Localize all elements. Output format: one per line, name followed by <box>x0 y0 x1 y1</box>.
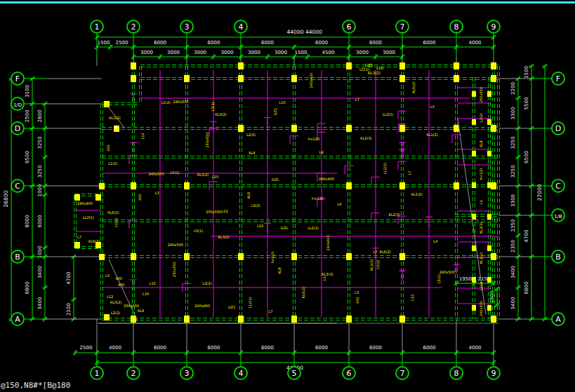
dim-text[interactable]: 2100 <box>66 303 72 316</box>
dim-text[interactable]: 44000 <box>287 29 304 35</box>
dim-text[interactable]: 4500 <box>322 50 335 55</box>
column-block[interactable] <box>472 305 476 311</box>
beam-label[interactable]: KL8 <box>138 309 144 313</box>
column-block[interactable] <box>346 182 352 189</box>
beam-label[interactable]: L2(2) <box>479 113 483 122</box>
grid-bubble-label[interactable]: B <box>15 252 20 262</box>
beam-label[interactable]: KL6(2) <box>88 239 100 243</box>
dim-text[interactable]: 4700 <box>524 230 529 243</box>
beam-label[interactable]: 240x400 <box>326 235 330 250</box>
column-block[interactable] <box>238 253 244 260</box>
dim-text[interactable]: 5500 <box>524 97 529 110</box>
column-block[interactable] <box>346 316 352 323</box>
dim-text[interactable]: 6000 <box>423 40 436 46</box>
grid-bubble-label[interactable]: 1 <box>95 22 100 32</box>
beam-label[interactable]: L4 <box>337 202 341 206</box>
column-block[interactable] <box>104 101 110 107</box>
column-block[interactable] <box>487 151 491 156</box>
column-block[interactable] <box>74 194 80 201</box>
column-block[interactable] <box>291 75 297 82</box>
beam-label[interactable]: KL1(2) <box>411 192 423 196</box>
dim-text[interactable]: 6800 <box>524 282 529 295</box>
dim-text[interactable]: 1950 <box>459 276 472 282</box>
dim-text[interactable]: 4000 <box>469 345 482 351</box>
column-block[interactable] <box>454 62 459 69</box>
column-block[interactable] <box>454 75 459 82</box>
dim-text[interactable]: 6000 <box>37 215 43 228</box>
column-block[interactable] <box>291 316 297 323</box>
beam-label[interactable]: KL6(2) <box>107 210 119 215</box>
column-block[interactable] <box>399 125 405 132</box>
beam-label[interactable]: L4 <box>322 276 326 281</box>
node-dot[interactable] <box>114 126 117 128</box>
dim-text[interactable]: 3250 <box>37 137 43 149</box>
beam-label[interactable]: L4 <box>319 150 324 154</box>
beam-label[interactable]: 400 <box>106 144 110 151</box>
beam-label[interactable]: KL6(2) <box>379 250 390 254</box>
column-block[interactable] <box>491 125 496 132</box>
dim-text[interactable]: 3000 <box>356 50 369 55</box>
grid-bubble-label[interactable]: A <box>555 315 561 324</box>
beam-label[interactable]: 250x550 <box>479 87 483 102</box>
grid-bubble-label[interactable]: D <box>15 124 20 133</box>
beam-label[interactable]: L5(1) <box>170 170 179 175</box>
column-block[interactable] <box>487 119 491 125</box>
cad-canvas[interactable]: 4400044000150025006000600060006000600060… <box>0 0 575 392</box>
grid-bubble-label[interactable]: D <box>555 124 561 133</box>
plan-svg[interactable]: 4400044000150025006000600060006000600060… <box>0 0 575 392</box>
beam-label[interactable]: L10 <box>376 66 384 70</box>
column-block[interactable] <box>454 125 459 132</box>
grid-bubble-label[interactable]: 5 <box>292 369 297 378</box>
beam-label[interactable]: L1(2) <box>161 100 171 104</box>
dim-text[interactable]: 3000 <box>248 50 260 55</box>
grid-bubble-label[interactable]: 1/B <box>554 214 562 219</box>
dim-text[interactable]: 6500 <box>524 151 529 163</box>
column-block[interactable] <box>491 253 496 260</box>
column-block[interactable] <box>487 305 491 311</box>
beam-label[interactable]: L4 <box>479 200 483 204</box>
column-block[interactable] <box>184 253 190 260</box>
dim-text[interactable]: 6000 <box>261 345 274 351</box>
beam-label[interactable]: GZ1 <box>228 305 235 309</box>
column-block[interactable] <box>184 75 190 82</box>
beam-label[interactable]: 240x400 <box>319 177 334 181</box>
grid-bubble-label[interactable]: 1 <box>95 369 100 378</box>
dim-text[interactable]: 2200 <box>510 82 516 95</box>
dim-text[interactable]: 44000 <box>305 29 322 35</box>
beam-label[interactable]: KL3(2) <box>368 71 381 75</box>
beam-label[interactable]: 240x400 <box>194 304 210 308</box>
column-block[interactable] <box>346 125 352 132</box>
dim-text[interactable]: 1500 <box>98 40 110 46</box>
beam-label[interactable]: KL3(2) <box>218 235 230 239</box>
dim-text[interactable]: 6000 <box>261 40 274 46</box>
dim-text[interactable]: 3250 <box>37 165 43 178</box>
beam-label[interactable]: L10 <box>212 175 218 179</box>
dim-text[interactable]: 1500 <box>524 66 529 79</box>
beam-label[interactable]: h=120 <box>270 251 275 263</box>
beam-label[interactable]: KL1(2) <box>109 116 120 120</box>
column-block[interactable] <box>487 277 491 283</box>
dim-text[interactable]: 4000 <box>109 345 121 351</box>
column-block[interactable] <box>472 151 476 156</box>
column-block[interactable] <box>238 316 244 323</box>
dim-text[interactable]: 6000 <box>154 345 166 351</box>
beam-label[interactable]: L7 <box>407 171 411 175</box>
beam-label[interactable]: LL2(1) <box>383 112 394 116</box>
beam-label[interactable]: GZ1 <box>272 177 279 182</box>
beam-label[interactable]: L7 <box>269 309 273 313</box>
beam-label[interactable]: KL1(2) <box>426 133 437 137</box>
dim-text[interactable]: 3100 <box>25 85 30 97</box>
beam-label[interactable]: L3 <box>355 290 359 295</box>
beam-label[interactable]: KL8 <box>479 140 483 147</box>
grid-bubble-label[interactable]: 4 <box>239 369 244 378</box>
beam-label[interactable]: KL2(3) <box>360 136 371 140</box>
dim-text[interactable]: 1500 <box>295 50 308 55</box>
beam-label[interactable]: L5(1) <box>437 274 441 283</box>
dim-text[interactable]: 6500 <box>25 151 30 163</box>
column-block[interactable] <box>346 253 352 260</box>
column-block[interactable] <box>399 62 405 69</box>
grid-bubble-label[interactable]: 2 <box>131 22 136 32</box>
column-block[interactable] <box>346 62 352 69</box>
beam-label[interactable]: KL8 <box>249 151 255 155</box>
grid-bubble-label[interactable]: 6 <box>347 22 352 32</box>
